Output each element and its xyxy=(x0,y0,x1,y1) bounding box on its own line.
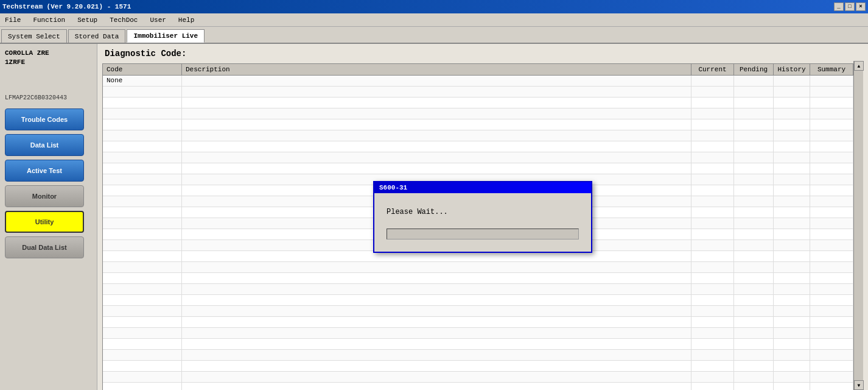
cell-pending xyxy=(734,87,774,97)
cell-pending xyxy=(734,174,774,185)
cell-summary xyxy=(810,262,853,272)
maximize-button[interactable]: □ xyxy=(845,2,855,11)
data-list-button[interactable]: Data List xyxy=(5,134,84,156)
cell-history xyxy=(774,284,810,294)
cell-summary xyxy=(810,185,853,196)
cell-summary xyxy=(810,87,853,97)
cell-code xyxy=(103,383,182,390)
menu-function[interactable]: Function xyxy=(30,15,68,25)
cell-history xyxy=(774,273,810,283)
tab-stored-data[interactable]: Stored Data xyxy=(68,29,126,43)
cell-code xyxy=(103,262,182,272)
table-row xyxy=(103,130,863,141)
cell-current xyxy=(691,328,734,338)
cell-code xyxy=(103,295,182,305)
cell-current xyxy=(691,350,734,360)
vin-info: LFMAP22C6B0320443 xyxy=(5,94,92,101)
cell-pending xyxy=(734,185,774,196)
cell-pending xyxy=(734,141,774,152)
car-info: COROLLA ZRE 1ZRFE xyxy=(5,49,92,68)
cell-summary xyxy=(810,174,853,185)
cell-pending xyxy=(734,350,774,360)
cell-desc xyxy=(182,295,691,305)
cell-summary xyxy=(810,251,853,261)
scrollbar[interactable]: ▲ ▼ xyxy=(853,61,863,390)
cell-pending xyxy=(734,372,774,382)
cell-current xyxy=(691,306,734,316)
monitor-button[interactable]: Monitor xyxy=(5,185,84,207)
cell-desc xyxy=(182,262,691,272)
cell-summary xyxy=(810,306,853,316)
cell-pending xyxy=(734,108,774,119)
cell-summary xyxy=(810,372,853,382)
cell-history xyxy=(774,185,810,196)
cell-code xyxy=(103,229,182,239)
cell-pending xyxy=(734,306,774,316)
col-code: Code xyxy=(103,64,182,75)
cell-history xyxy=(774,240,810,250)
utility-button[interactable]: Utility xyxy=(5,211,84,233)
window-controls[interactable]: _ □ × xyxy=(834,2,866,11)
cell-code xyxy=(103,328,182,338)
trouble-codes-button[interactable]: Trouble Codes xyxy=(5,108,84,130)
active-test-button[interactable]: Active Test xyxy=(5,160,84,182)
cell-current xyxy=(691,119,734,130)
cell-desc xyxy=(182,306,691,316)
col-history: History xyxy=(774,64,810,75)
cell-desc xyxy=(182,87,691,97)
table-header: Code Description Current Pending History… xyxy=(103,64,863,76)
cell-summary xyxy=(810,163,853,174)
cell-history xyxy=(774,141,810,152)
cell-history xyxy=(774,229,810,239)
cell-history xyxy=(774,130,810,141)
scroll-track xyxy=(854,71,863,380)
cell-current xyxy=(691,76,734,86)
dual-data-list-button[interactable]: Dual Data List xyxy=(5,236,84,258)
minimize-button[interactable]: _ xyxy=(834,2,844,11)
cell-pending xyxy=(734,163,774,174)
cell-history xyxy=(774,76,810,86)
cell-code xyxy=(103,98,182,108)
menu-help[interactable]: Help xyxy=(176,15,197,25)
tab-system-select[interactable]: System Select xyxy=(1,29,67,43)
scroll-down-button[interactable]: ▼ xyxy=(854,380,864,390)
cell-pending xyxy=(734,339,774,349)
cell-code xyxy=(103,240,182,250)
cell-history xyxy=(774,87,810,97)
cell-desc xyxy=(182,372,691,382)
cell-current xyxy=(691,372,734,382)
cell-code xyxy=(103,361,182,371)
cell-code: None xyxy=(103,76,182,86)
cell-history xyxy=(774,328,810,338)
cell-summary xyxy=(810,218,853,229)
cell-pending xyxy=(734,130,774,141)
tab-immobiliser-live[interactable]: Immobiliser Live xyxy=(127,29,205,43)
menu-techdoc[interactable]: TechDoc xyxy=(107,15,140,25)
cell-summary xyxy=(810,98,853,108)
cell-history xyxy=(774,306,810,316)
menu-file[interactable]: File xyxy=(2,15,23,25)
cell-current xyxy=(691,339,734,349)
table-row: None xyxy=(103,76,863,87)
cell-desc xyxy=(182,119,691,130)
cell-pending xyxy=(734,284,774,294)
cell-summary xyxy=(810,295,853,305)
cell-current xyxy=(691,240,734,250)
table-row xyxy=(103,273,863,284)
cell-code xyxy=(103,207,182,218)
cell-history xyxy=(774,174,810,185)
modal-message: Please Wait... xyxy=(387,208,579,216)
col-description: Description xyxy=(182,64,691,75)
menu-user[interactable]: User xyxy=(147,15,168,25)
close-button[interactable]: × xyxy=(856,2,866,11)
cell-summary xyxy=(810,141,853,152)
cell-pending xyxy=(734,240,774,250)
cell-current xyxy=(691,163,734,174)
cell-pending xyxy=(734,152,774,163)
cell-history xyxy=(774,251,810,261)
cell-summary xyxy=(810,339,853,349)
cell-summary xyxy=(810,328,853,338)
table-row xyxy=(103,108,863,119)
menu-setup[interactable]: Setup xyxy=(75,15,100,25)
scroll-up-button[interactable]: ▲ xyxy=(854,61,864,71)
